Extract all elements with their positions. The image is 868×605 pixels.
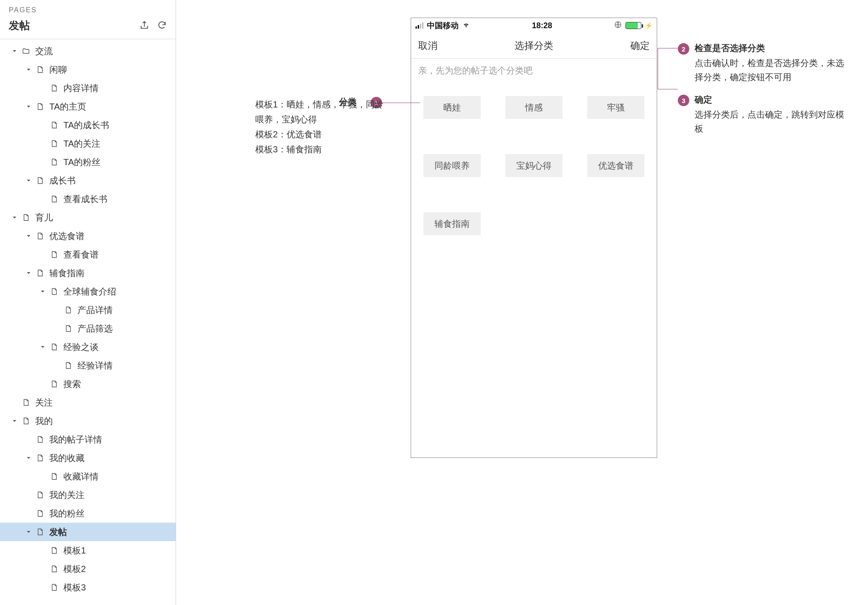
annotation-desc: 点击确认时，检查是否选择分类，未选择分类，确定按钮不可用 <box>695 56 845 84</box>
page-icon <box>35 491 45 499</box>
expand-toggle-icon[interactable] <box>11 48 18 54</box>
annotation-1-body: 模板1：晒娃，情感，牢骚，同龄喂养，宝妈心得模板2：优选食谱模板3：辅食指南 <box>255 97 392 157</box>
page-icon <box>49 565 59 573</box>
tree-item[interactable]: 内容详情 <box>0 79 176 97</box>
tree-item[interactable]: 查看食谱 <box>0 245 176 264</box>
tree-item[interactable]: 优选食谱 <box>0 227 176 245</box>
phone-mockup: 中国移动 18:28 ⚡ 取消 选择分类 确定 亲，先为您的帖子选个分类吧 晒娃… <box>411 18 657 458</box>
page-icon <box>49 288 59 295</box>
mockup-navbar: 取消 选择分类 确定 <box>411 33 657 59</box>
expand-toggle-icon[interactable] <box>25 529 33 535</box>
page-icon <box>49 84 59 92</box>
expand-toggle-icon[interactable] <box>25 233 33 239</box>
category-button[interactable]: 情感 <box>505 96 563 119</box>
page-icon <box>49 546 59 554</box>
pages-tree[interactable]: 交流闲聊内容详情TA的主页TA的成长书TA的关注TA的粉丝成长书查看成长书育儿优… <box>0 39 176 605</box>
expand-toggle-icon[interactable] <box>25 104 33 109</box>
category-button[interactable]: 优选食谱 <box>587 154 644 177</box>
tree-item[interactable]: 查看成长书 <box>0 190 176 208</box>
page-icon <box>63 362 73 369</box>
category-button[interactable]: 同龄喂养 <box>423 154 481 177</box>
expand-toggle-icon[interactable] <box>25 178 33 183</box>
tree-item[interactable]: 经验详情 <box>0 356 176 375</box>
tree-item[interactable]: 收藏详情 <box>0 467 176 486</box>
annotation-title: 确定 <box>695 94 845 106</box>
tree-item[interactable]: 产品筛选 <box>0 319 176 338</box>
tree-item-label: TA的粉丝 <box>63 156 100 168</box>
tree-item-label: TA的关注 <box>63 138 100 150</box>
share-icon[interactable] <box>140 20 149 31</box>
category-button[interactable]: 辅食指南 <box>423 212 481 235</box>
tree-item-label: 成长书 <box>49 175 76 187</box>
tree-item[interactable]: 关注 <box>0 393 176 412</box>
tree-item[interactable]: 我的粉丝 <box>0 504 176 523</box>
tree-item[interactable]: 我的帖子详情 <box>0 430 176 449</box>
expand-toggle-icon[interactable] <box>11 418 18 424</box>
annotation-connector-3 <box>658 89 678 89</box>
tree-item-label: 经验详情 <box>77 360 113 372</box>
tree-item[interactable]: 模板3 <box>0 578 176 597</box>
tree-item-label: 交流 <box>35 45 53 57</box>
annotation-title: 检查是否选择分类 <box>695 42 845 54</box>
tree-item[interactable]: 发帖 <box>0 523 176 541</box>
tree-item[interactable]: 全球辅食介绍 <box>0 282 176 301</box>
page-icon <box>49 158 59 166</box>
annotation-line: 模板1：晒娃，情感，牢骚，同龄喂养，宝妈心得 <box>255 97 392 127</box>
page-icon <box>35 177 45 184</box>
annotation-item: 2检查是否选择分类点击确认时，检查是否选择分类，未选择分类，确定按钮不可用 <box>678 42 845 84</box>
page-icon <box>49 472 59 480</box>
tree-item[interactable]: 搜索 <box>0 375 176 393</box>
tree-item[interactable]: 模板1 <box>0 541 176 560</box>
cancel-button[interactable]: 取消 <box>418 39 438 52</box>
signal-icon <box>416 22 423 29</box>
tree-item[interactable]: 我的关注 <box>0 486 176 504</box>
page-icon <box>35 232 45 240</box>
pages-panel-header: PAGES <box>0 0 176 16</box>
tree-item[interactable]: 交流 <box>0 42 176 60</box>
category-button[interactable]: 晒娃 <box>423 96 481 119</box>
tree-item-label: TA的成长书 <box>63 119 109 131</box>
tree-item-label: 全球辅食介绍 <box>63 286 116 298</box>
tree-item[interactable]: 我的收藏 <box>0 449 176 467</box>
tree-item[interactable]: 产品详情 <box>0 301 176 319</box>
status-time: 18:28 <box>532 21 552 30</box>
tree-item-label: 我的收藏 <box>49 452 85 464</box>
tree-item-label: 查看食谱 <box>63 249 99 261</box>
tree-item[interactable]: TA的主页 <box>0 97 176 116</box>
expand-toggle-icon[interactable] <box>25 67 33 72</box>
tree-item[interactable]: 经验之谈 <box>0 338 176 356</box>
tree-item[interactable]: 闲聊 <box>0 60 176 79</box>
annotation-marker: 2 <box>678 43 689 55</box>
tree-item[interactable]: 育儿 <box>0 208 176 227</box>
page-icon <box>35 509 45 517</box>
expand-toggle-icon[interactable] <box>39 289 47 294</box>
category-button[interactable]: 牢骚 <box>587 96 644 119</box>
expand-toggle-icon[interactable] <box>25 270 33 276</box>
tree-item-label: TA的主页 <box>49 101 86 113</box>
folder-icon <box>21 47 31 55</box>
annotation-desc: 选择分类后，点击确定，跳转到对应模板 <box>695 107 845 136</box>
tree-item[interactable]: TA的关注 <box>0 134 176 153</box>
annotations-right: 2检查是否选择分类点击确认时，检查是否选择分类，未选择分类，确定按钮不可用3确定… <box>678 42 845 145</box>
tree-item[interactable]: 辅食指南 <box>0 264 176 282</box>
expand-toggle-icon[interactable] <box>11 215 18 220</box>
confirm-button[interactable]: 确定 <box>630 39 650 52</box>
expand-toggle-icon[interactable] <box>39 344 47 350</box>
tree-item[interactable]: TA的粉丝 <box>0 153 176 171</box>
tree-item[interactable]: 模板2 <box>0 560 176 578</box>
annotation-line: 模板2：优选食谱 <box>255 127 392 142</box>
tree-item[interactable]: 成长书 <box>0 171 176 190</box>
page-icon <box>21 214 31 221</box>
tree-item[interactable]: 我的 <box>0 412 176 430</box>
page-icon <box>35 103 45 111</box>
design-canvas: 中国移动 18:28 ⚡ 取消 选择分类 确定 亲，先为您的帖子选个分类吧 晒娃… <box>176 0 868 605</box>
refresh-icon[interactable] <box>157 20 167 31</box>
page-icon <box>49 583 59 591</box>
page-icon <box>35 269 45 277</box>
tree-item-label: 模板1 <box>63 545 86 557</box>
page-icon <box>63 306 73 314</box>
tree-item[interactable]: TA的成长书 <box>0 116 176 134</box>
expand-toggle-icon[interactable] <box>25 455 33 461</box>
charging-icon: ⚡ <box>645 22 652 29</box>
category-button[interactable]: 宝妈心得 <box>505 154 563 177</box>
